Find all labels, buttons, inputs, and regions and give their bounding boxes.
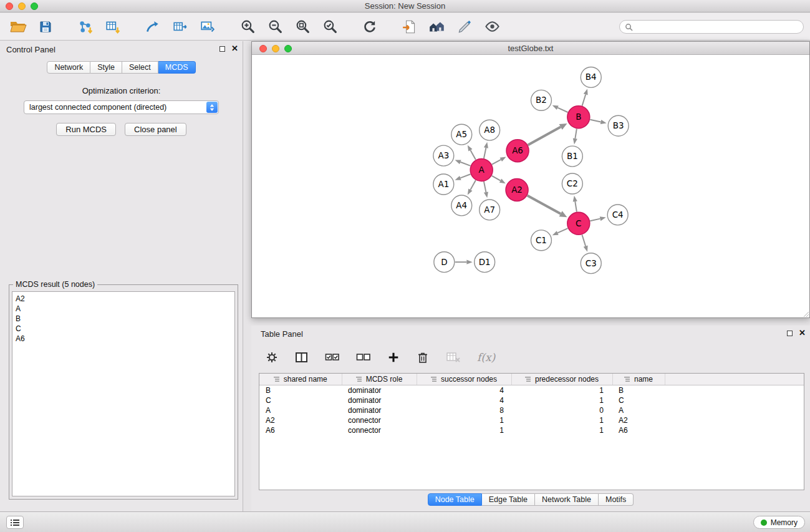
tab-edge-table[interactable]: Edge Table bbox=[482, 493, 535, 506]
import-network-button[interactable] bbox=[75, 16, 96, 37]
tab-node-table[interactable]: Node Table bbox=[428, 493, 482, 506]
create-column-button[interactable] bbox=[387, 351, 400, 364]
table-row[interactable]: Adominator80A bbox=[259, 405, 804, 415]
column-header-predecessor-nodes[interactable]: predecessor nodes bbox=[511, 374, 612, 385]
graph-node-C2[interactable]: C2 bbox=[562, 173, 582, 194]
table-row[interactable]: Bdominator41B bbox=[259, 385, 804, 395]
network-canvas[interactable]: AA6A2BCA5A8A3A1A4A7B2B4B3B1C2C4C1C3DD1 bbox=[252, 56, 809, 317]
column-header-mcds-role[interactable]: MCDS role bbox=[342, 374, 417, 385]
open-session-button[interactable] bbox=[7, 16, 29, 37]
graph-node-B2[interactable]: B2 bbox=[531, 90, 551, 110]
zoom-selected-button[interactable] bbox=[319, 16, 340, 37]
tab-network-table[interactable]: Network Table bbox=[535, 493, 599, 506]
graph-edge-C-C3[interactable] bbox=[582, 235, 586, 246]
table-row[interactable]: A6connector11A6 bbox=[259, 425, 804, 435]
minimize-window-button[interactable] bbox=[18, 2, 26, 10]
network-zoom-button[interactable] bbox=[284, 45, 292, 52]
graph-node-A7[interactable]: A7 bbox=[480, 200, 500, 220]
memory-button[interactable]: Memory bbox=[753, 516, 805, 529]
graph-edge-A-A8[interactable] bbox=[484, 148, 486, 158]
table-row[interactable]: A2connector11A2 bbox=[259, 415, 804, 425]
search-box[interactable] bbox=[619, 20, 804, 34]
graph-node-C[interactable]: C bbox=[567, 212, 590, 235]
show-column-button[interactable] bbox=[295, 351, 309, 364]
graph-node-B3[interactable]: B3 bbox=[608, 115, 629, 136]
resize-grip-icon[interactable] bbox=[803, 311, 809, 317]
column-header-successor-nodes[interactable]: successor nodes bbox=[417, 374, 511, 385]
criterion-select[interactable]: largest connected component (directed) bbox=[24, 100, 219, 114]
mcds-result-item[interactable]: A6 bbox=[16, 334, 231, 344]
graph-edge-A-A3[interactable] bbox=[460, 162, 470, 166]
close-window-button[interactable] bbox=[6, 2, 13, 10]
network-minimize-button[interactable] bbox=[272, 45, 279, 52]
graph-node-B1[interactable]: B1 bbox=[562, 146, 582, 167]
run-mcds-button[interactable]: Run MCDS bbox=[56, 123, 116, 136]
float-panel-icon[interactable] bbox=[219, 46, 225, 52]
network-overview-button[interactable] bbox=[427, 16, 448, 37]
graph-edge-A-A5[interactable] bbox=[470, 150, 476, 160]
graph-node-D1[interactable]: D1 bbox=[475, 252, 495, 273]
graph-edge-A6-B[interactable] bbox=[528, 127, 561, 145]
mcds-result-list[interactable]: A2ABCA6 bbox=[12, 291, 235, 496]
graph-node-A4[interactable]: A4 bbox=[451, 195, 472, 216]
file-export-button[interactable] bbox=[399, 16, 420, 37]
graph-edge-A-A4[interactable] bbox=[470, 180, 476, 190]
network-canvas-svg[interactable]: AA6A2BCA5A8A3A1A4A7B2B4B3B1C2C4C1C3DD1 bbox=[252, 56, 809, 317]
graph-edge-B-B2[interactable] bbox=[557, 108, 567, 112]
table-row[interactable]: Cdominator41C bbox=[259, 395, 804, 405]
network-close-button[interactable] bbox=[259, 45, 267, 52]
graph-edge-C-C4[interactable] bbox=[590, 219, 600, 221]
close-panel-icon[interactable]: ✕ bbox=[231, 45, 238, 52]
graph-edge-B-B3[interactable] bbox=[590, 120, 600, 122]
graph-node-A2[interactable]: A2 bbox=[506, 179, 528, 201]
graph-edge-A-A7[interactable] bbox=[484, 181, 486, 192]
graph-edge-C-C2[interactable] bbox=[575, 201, 577, 212]
graph-node-A[interactable]: A bbox=[470, 159, 493, 181]
close-table-panel-icon[interactable]: ✕ bbox=[799, 329, 806, 337]
graph-node-C3[interactable]: C3 bbox=[581, 253, 601, 274]
mcds-result-item[interactable]: A2 bbox=[16, 294, 231, 304]
mcds-result-item[interactable]: A bbox=[16, 304, 231, 314]
zoom-fit-button[interactable] bbox=[292, 16, 313, 37]
mcds-result-item[interactable]: B bbox=[16, 314, 231, 324]
graph-node-A3[interactable]: A3 bbox=[433, 145, 454, 166]
graph-edge-B-B4[interactable] bbox=[582, 94, 586, 105]
zoom-in-button[interactable] bbox=[237, 16, 258, 37]
search-input[interactable] bbox=[633, 22, 798, 31]
export-image-button[interactable] bbox=[197, 16, 218, 37]
deselect-all-columns-button[interactable] bbox=[356, 351, 371, 364]
zoom-out-button[interactable] bbox=[264, 16, 286, 37]
graph-node-A8[interactable]: A8 bbox=[480, 120, 500, 140]
graph-edge-A2-C[interactable] bbox=[528, 196, 561, 214]
save-session-button[interactable] bbox=[35, 16, 56, 37]
graph-node-C4[interactable]: C4 bbox=[607, 205, 628, 225]
tab-network[interactable]: Network bbox=[47, 61, 90, 74]
tab-motifs[interactable]: Motifs bbox=[599, 493, 634, 506]
tab-mcds[interactable]: MCDS bbox=[158, 61, 196, 74]
float-table-panel-icon[interactable] bbox=[787, 331, 793, 336]
graph-edge-B-B1[interactable] bbox=[575, 128, 576, 138]
delete-column-button[interactable] bbox=[416, 351, 430, 364]
tab-select[interactable]: Select bbox=[122, 61, 158, 74]
graph-node-A6[interactable]: A6 bbox=[506, 140, 529, 162]
column-header-name[interactable]: name bbox=[612, 374, 665, 385]
graph-edge-C-C1[interactable] bbox=[557, 228, 567, 233]
graph-node-A1[interactable]: A1 bbox=[433, 174, 454, 195]
show-graphics-details-button[interactable] bbox=[481, 16, 503, 37]
graph-node-A5[interactable]: A5 bbox=[451, 124, 472, 145]
graph-edge-A-A2[interactable] bbox=[492, 176, 501, 181]
select-all-columns-button[interactable] bbox=[325, 351, 340, 364]
graph-edge-A-A6[interactable] bbox=[492, 160, 501, 165]
graph-node-B[interactable]: B bbox=[567, 106, 590, 128]
zoom-window-button[interactable] bbox=[31, 2, 38, 10]
export-network-button[interactable] bbox=[142, 16, 163, 37]
column-header-shared-name[interactable]: shared name bbox=[259, 374, 342, 385]
graph-node-C1[interactable]: C1 bbox=[531, 230, 551, 251]
graph-node-B4[interactable]: B4 bbox=[581, 67, 601, 87]
graph-edge-A-A1[interactable] bbox=[460, 174, 470, 178]
table-settings-button[interactable] bbox=[265, 351, 279, 364]
show-task-history-button[interactable] bbox=[6, 516, 24, 529]
apply-layout-button[interactable] bbox=[359, 16, 380, 37]
function-builder-button[interactable]: f(x) bbox=[477, 351, 495, 364]
delete-table-button[interactable] bbox=[446, 351, 461, 364]
